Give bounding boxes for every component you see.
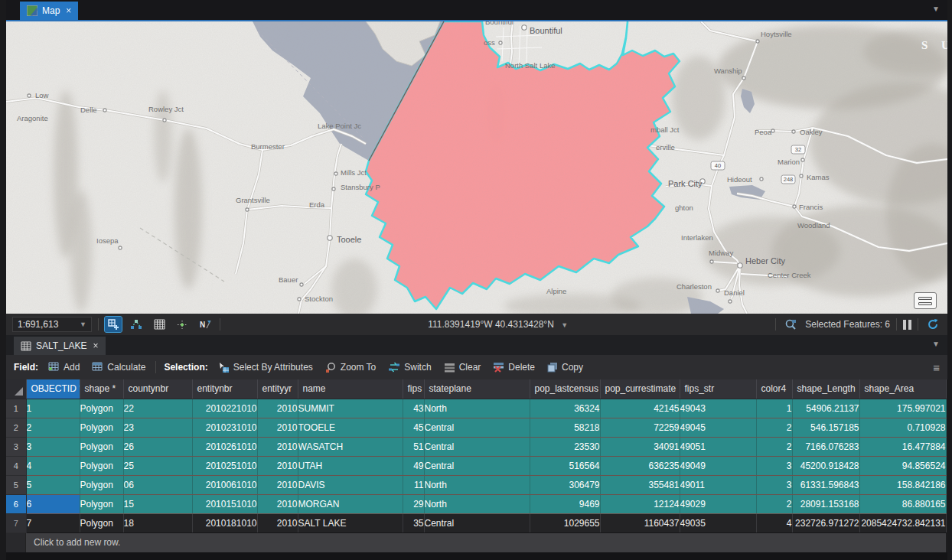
cell-color4[interactable]: 1: [756, 399, 792, 418]
switch-selection-button[interactable]: Switch: [386, 360, 433, 374]
column-header-entitynbr[interactable]: entitynbr: [192, 379, 257, 399]
cell-shape-length[interactable]: 45200.918428: [792, 456, 859, 475]
zoom-to-button[interactable]: Zoom To: [323, 360, 378, 375]
cell-pop-currestimate[interactable]: 636235: [600, 456, 680, 475]
cell-fips[interactable]: 43: [403, 399, 424, 418]
row-gutter[interactable]: 1: [6, 399, 26, 418]
cell-entitynbr[interactable]: 2010261010: [192, 437, 257, 456]
cell-countynbr[interactable]: 23: [123, 418, 192, 437]
column-header-shape-area[interactable]: shape_Area: [859, 379, 946, 399]
cell-fips-str[interactable]: 49051: [680, 437, 756, 456]
cell-pop-lastcensus[interactable]: 1029655: [530, 513, 600, 532]
select-all-corner[interactable]: [6, 379, 26, 399]
cell-name[interactable]: WASATCH: [298, 437, 403, 456]
cell-fips[interactable]: 49: [403, 456, 424, 475]
select-by-attributes-button[interactable]: Select By Attributes: [216, 360, 315, 375]
column-header-color4[interactable]: color4: [756, 379, 792, 399]
cell-pop-lastcensus[interactable]: 9469: [530, 494, 600, 513]
cell-color4[interactable]: 3: [756, 475, 792, 494]
cell-shape-area[interactable]: 2085424732.842131: [859, 513, 946, 532]
row-gutter[interactable]: 5: [6, 475, 26, 494]
map-scale-select[interactable]: 1:691,613 ▼: [12, 317, 92, 332]
cell-stateplane[interactable]: North: [424, 475, 530, 494]
cell-pop-currestimate[interactable]: 1160437: [600, 513, 680, 532]
column-header-countynbr[interactable]: countynbr: [123, 379, 192, 399]
cell-name[interactable]: TOOELE: [298, 418, 403, 437]
close-table-tab-button[interactable]: ×: [93, 340, 98, 351]
table-menu-button[interactable]: ≡: [933, 361, 940, 374]
cell-name[interactable]: MORGAN: [298, 494, 403, 513]
cell-name[interactable]: SALT LAKE: [298, 513, 403, 532]
cell-entityyr[interactable]: 2010: [257, 494, 298, 513]
cell-shape-area[interactable]: 158.842186: [859, 475, 946, 494]
cell-shape[interactable]: Polygon: [80, 437, 123, 456]
edit-features-icon[interactable]: [128, 317, 145, 332]
explore-tool-icon[interactable]: [105, 317, 122, 332]
table-grid-icon[interactable]: [151, 317, 168, 332]
cell-shape-length[interactable]: 61331.596843: [792, 475, 859, 494]
cell-entitynbr[interactable]: 2010151010: [192, 494, 257, 513]
cell-pop-lastcensus[interactable]: 516564: [530, 456, 600, 475]
pause-drawing-icon[interactable]: [903, 320, 911, 330]
add-field-button[interactable]: Add: [46, 360, 82, 374]
cell-color4[interactable]: 2: [756, 494, 792, 513]
cell-countynbr[interactable]: 06: [123, 475, 192, 494]
cell-objectid[interactable]: 1: [26, 399, 80, 418]
cell-pop-currestimate[interactable]: 355481: [600, 475, 680, 494]
column-header-shape-length[interactable]: shape_Length: [792, 379, 859, 399]
cell-fips-str[interactable]: 49043: [680, 399, 756, 418]
cell-name[interactable]: UTAH: [298, 456, 403, 475]
zoom-to-selection-icon[interactable]: [782, 317, 799, 332]
cell-shape-area[interactable]: 0.710928: [859, 418, 946, 437]
column-header-fips[interactable]: fips: [403, 379, 424, 399]
cell-countynbr[interactable]: 26: [123, 437, 192, 456]
cell-countynbr[interactable]: 22: [123, 399, 192, 418]
cell-pop-lastcensus[interactable]: 23530: [530, 437, 600, 456]
cell-stateplane[interactable]: Central: [424, 418, 530, 437]
tab-map[interactable]: Map ×: [20, 2, 78, 20]
cell-entityyr[interactable]: 2010: [257, 456, 298, 475]
row-gutter[interactable]: 6: [6, 494, 26, 513]
copy-rows-button[interactable]: Copy: [545, 360, 585, 374]
cell-stateplane[interactable]: Central: [424, 437, 530, 456]
column-header-shape[interactable]: shape *: [80, 379, 123, 399]
cell-stateplane[interactable]: North: [424, 494, 530, 513]
close-map-tab-button[interactable]: ×: [66, 5, 71, 16]
cell-shape[interactable]: Polygon: [80, 475, 123, 494]
cell-shape-length[interactable]: 546.157185: [792, 418, 859, 437]
cell-color4[interactable]: 3: [756, 456, 792, 475]
cell-shape[interactable]: Polygon: [80, 494, 123, 513]
cell-pop-currestimate[interactable]: 12124: [600, 494, 680, 513]
cell-entitynbr[interactable]: 2010181010: [192, 513, 257, 532]
column-header-objectid[interactable]: OBJECTID *: [26, 379, 80, 399]
cell-objectid[interactable]: 5: [26, 475, 80, 494]
cell-entitynbr[interactable]: 2010251010: [192, 456, 257, 475]
clear-selection-button[interactable]: Clear: [442, 360, 484, 374]
cell-fips[interactable]: 29: [403, 494, 424, 513]
cell-shape-area[interactable]: 86.880165: [859, 494, 946, 513]
cell-shape[interactable]: Polygon: [80, 513, 123, 532]
cell-color4[interactable]: 2: [756, 418, 792, 437]
snapping-icon[interactable]: [174, 317, 191, 332]
cell-pop-lastcensus[interactable]: 58218: [530, 418, 600, 437]
cell-pop-currestimate[interactable]: 72259: [600, 418, 680, 437]
column-header-fips-str[interactable]: fips_str: [680, 379, 756, 399]
cell-entityyr[interactable]: 2010: [257, 513, 298, 532]
cell-pop-currestimate[interactable]: 42145: [600, 399, 680, 418]
cell-shape[interactable]: Polygon: [80, 456, 123, 475]
cell-entityyr[interactable]: 2010: [257, 418, 298, 437]
cell-shape-length[interactable]: 232726.971272: [792, 513, 859, 532]
cell-fips[interactable]: 11: [403, 475, 424, 494]
cell-objectid[interactable]: 6: [26, 494, 80, 513]
cell-name[interactable]: DAVIS: [298, 475, 403, 494]
cell-countynbr[interactable]: 25: [123, 456, 192, 475]
refresh-icon[interactable]: [924, 317, 941, 332]
cell-color4[interactable]: 2: [756, 437, 792, 456]
add-new-row[interactable]: Click to add new row.: [6, 533, 947, 552]
column-header-pop-currestimate[interactable]: pop_currestimate: [600, 379, 680, 399]
calculate-field-button[interactable]: Calculate: [90, 360, 148, 374]
cell-pop-lastcensus[interactable]: 36324: [530, 399, 600, 418]
cell-fips[interactable]: 51: [403, 437, 424, 456]
cell-objectid[interactable]: 3: [26, 437, 80, 456]
cell-shape-length[interactable]: 7166.076283: [792, 437, 859, 456]
